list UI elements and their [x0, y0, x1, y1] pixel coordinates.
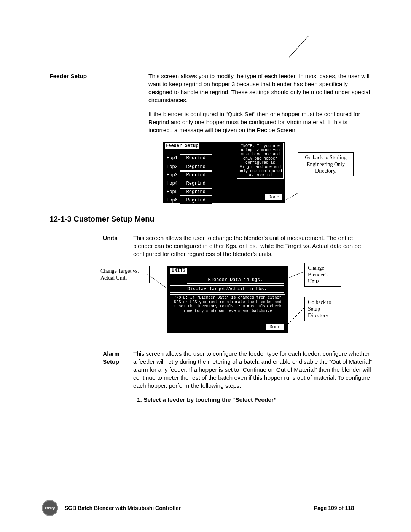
step-1: 1. Select a feeder by touching the “Sele… [137, 396, 373, 404]
units-callout-tr: Change Blender’s Units [304, 263, 341, 287]
customer-setup-heading: 12-1-3 Customer Setup Menu [49, 214, 373, 224]
hop-label: Hop6 [166, 197, 179, 204]
feeder-setup-para2: If the blender is configured in “Quick S… [148, 110, 373, 134]
feeder-setup-para1: This screen allows you to modify the typ… [148, 72, 373, 104]
sterling-logo-icon: Sterling [42, 500, 58, 516]
target-actual-units-button[interactable]: Display Target/Actual in Lbs. [170, 285, 284, 293]
units-callout-br: Go back to Setup Directory [304, 297, 341, 321]
feeder-done-button[interactable]: Done [265, 194, 283, 201]
hop-type-button[interactable]: Regrind [180, 188, 212, 196]
alarm-setup-heading: Alarm Setup [103, 350, 133, 396]
blender-data-units-button[interactable]: Blender Data in Kgs. [187, 276, 284, 284]
alarm-setup-section: Alarm Setup This screen allows the user … [103, 350, 373, 396]
svg-line-2 [147, 273, 167, 289]
units-hmi-screen: UNITS Blender Data in Kgs. Display Targe… [167, 266, 288, 333]
units-figure: Change Target vs. Actual Units UNITS Ble… [97, 266, 373, 340]
slash-mark-icon [287, 32, 318, 63]
alarm-para: This screen allows the user to configure… [133, 350, 373, 390]
units-done-button[interactable]: Done [265, 324, 285, 331]
feeder-setup-figure: Feeder Setup Hop1Regrind Hop2Regrind Hop… [163, 142, 373, 207]
alarm-heading-line2: Setup [103, 358, 119, 365]
hop-type-button[interactable]: Regrind [180, 171, 212, 179]
footer-page-number: Page 109 of 118 [314, 505, 354, 512]
units-heading: Units [103, 234, 133, 260]
feeder-note: *NOTE: If you are using EZ mode you must… [237, 143, 284, 179]
units-para: This screen allows the user to change th… [133, 234, 373, 258]
hop-type-button[interactable]: Regrind [180, 180, 212, 187]
feeder-setup-body: This screen allows you to modify the typ… [148, 72, 373, 140]
feeder-setup-heading: Feeder Setup [49, 72, 148, 140]
callout-line-icon [285, 272, 306, 281]
svg-line-0 [289, 36, 308, 57]
hop-type-button[interactable]: Regrind [180, 163, 212, 171]
hopper-table: Hop1Regrind Hop2Regrind Hop3Regrind Hop4… [165, 153, 213, 205]
callout-line-icon [147, 273, 169, 291]
callout-line-icon [285, 308, 306, 329]
svg-line-4 [285, 308, 304, 327]
units-note: *NOTE: If "Blender Data" is changed from… [170, 294, 285, 314]
hop-label: Hop4 [166, 180, 179, 187]
footer-title: SGB Batch Blender with Mitsubishi Contro… [65, 505, 314, 512]
hop-label: Hop5 [166, 188, 179, 196]
alarm-heading-line1: Alarm [103, 350, 119, 357]
hop-label: Hop2 [166, 163, 179, 171]
hop-label: Hop1 [166, 154, 179, 162]
svg-line-3 [285, 272, 304, 279]
document-page: Feeder Setup This screen allows you to m… [0, 0, 411, 532]
hop-type-button[interactable]: Regrind [180, 197, 212, 204]
units-hmi-title: UNITS [170, 268, 187, 274]
feeder-hmi-title: Feeder Setup [165, 143, 199, 149]
feeder-callout: Go back to Sterling Engineering Only Dir… [298, 152, 354, 176]
page-footer: Sterling SGB Batch Blender with Mitsubis… [0, 500, 411, 516]
feeder-hmi-screen: Feeder Setup Hop1Regrind Hop2Regrind Hop… [163, 142, 285, 203]
hop-label: Hop3 [166, 171, 179, 179]
hop-type-button[interactable]: Regrind [180, 154, 212, 162]
feeder-setup-section: Feeder Setup This screen allows you to m… [49, 72, 373, 140]
units-callout-left: Change Target vs. Actual Units [97, 266, 150, 283]
units-section: Units This screen allows the user to cha… [103, 234, 373, 260]
